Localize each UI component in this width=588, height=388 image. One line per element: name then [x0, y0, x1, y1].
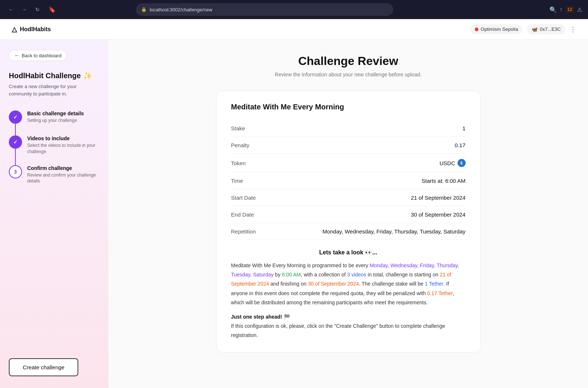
penalty-label: Penalty [231, 142, 250, 148]
back-btn-label: Back to dashboard [22, 53, 61, 58]
zoom-icon[interactable]: 🔍 [549, 6, 557, 13]
page-title: Challenge Review [138, 54, 559, 68]
share-icon[interactable]: ↑ [560, 6, 563, 13]
browser-bar: ← → ↻ 🔖 🔒 localhost:3002/challenge/new 🔍… [0, 0, 588, 19]
step-3-left: 3 [9, 165, 22, 195]
time-label: Time [231, 178, 243, 184]
step-3-title: Confirm challenge [27, 165, 100, 171]
app-logo: △ HodlHabits [12, 25, 51, 33]
header-right: Optimism Sepolia 🦋 0x7...E3C ⋮ [470, 24, 576, 35]
end-date-highlight: 30 of September 2024 [308, 281, 359, 287]
time-highlight: 6:00 AM [282, 272, 301, 278]
end-date-label: End Date [231, 211, 254, 218]
sidebar: ← Back to dashboard HodlHabit Challenge … [0, 40, 108, 388]
reload-nav-button[interactable]: ↻ [32, 4, 43, 15]
step-2-content: Videos to include Select the videos to i… [27, 135, 100, 165]
step-3-desc: Review and confirm your challenge detail… [27, 172, 100, 185]
logo-text: HodlHabits [20, 26, 51, 33]
forward-nav-button[interactable]: → [19, 4, 29, 15]
start-date-label: Start Date [231, 195, 256, 201]
wallet-badge[interactable]: 🦋 0x7...E3C [527, 24, 565, 35]
main-content: Challenge Review Review the information … [108, 40, 588, 388]
step-1-title: Basic challenge details [27, 110, 84, 116]
look-section: Lets take a look 👀... Meditate With Me E… [231, 249, 466, 340]
app-header: △ HodlHabits Optimism Sepolia 🦋 0x7...E3… [0, 19, 588, 40]
page-subtitle: Review the information about your new ch… [138, 72, 559, 77]
step-2-line [15, 149, 16, 165]
step-1-left: ✓ [9, 110, 22, 135]
address-bar[interactable]: 🔒 localhost:3002/challenge/new [136, 3, 393, 16]
steps-list: ✓ Basic challenge details Setting up you… [9, 110, 100, 195]
step-1-circle: ✓ [9, 110, 22, 124]
look-text: Meditate With Me Every Morning is progra… [231, 261, 466, 340]
step-2-circle: ✓ [9, 135, 22, 149]
videos-highlight: 3 videos [347, 272, 366, 278]
network-label: Optimism Sepolia [481, 26, 518, 32]
days-highlight: Monday, Wednesday, Friday, Thursday, Tue… [231, 262, 459, 278]
step-3-content: Confirm challenge Review and confirm you… [27, 165, 100, 195]
wallet-address: 0x7...E3C [540, 26, 561, 32]
browser-actions: 🔍 ↑ 12 ⚠ [549, 6, 582, 13]
step-2-desc: Select the videos to include in your cha… [27, 142, 100, 155]
network-dot [475, 28, 478, 31]
challenge-name: Meditate With Me Every Morning [231, 103, 466, 111]
extensions-icon[interactable]: 12 [566, 6, 574, 13]
penalty-highlight: 0.17 Tether [427, 290, 453, 296]
review-row-time: Time Starts at: 6:00 AM [231, 173, 466, 189]
look-title: Lets take a look 👀... [231, 249, 466, 256]
network-badge[interactable]: Optimism Sepolia [470, 24, 523, 34]
step-2-title: Videos to include [27, 135, 100, 141]
review-row-token: Token USDC $ [231, 154, 466, 173]
stake-value: 1 [462, 125, 465, 131]
usdc-icon: $ [458, 159, 466, 167]
review-row-penalty: Penalty 0.17 [231, 137, 466, 154]
config-text: If this configuration is ok, please, cli… [231, 323, 445, 338]
url-display: localhost:3002/challenge/new [150, 7, 388, 12]
sidebar-title-text: HodlHabit Challenge [9, 72, 81, 80]
back-arrow-icon: ← [14, 52, 19, 58]
just-one-text: Just one step ahead! 🏁 [231, 312, 466, 322]
header-menu-button[interactable]: ⋮ [570, 25, 576, 33]
back-nav-button[interactable]: ← [6, 4, 16, 15]
sidebar-bottom: Create challenge [9, 358, 78, 376]
step-2: ✓ Videos to include Select the videos to… [9, 135, 100, 165]
review-row-repetition: Repetition Monday, Wednesday, Friday, Th… [231, 223, 466, 240]
penalty-value: 0.17 [455, 142, 465, 148]
step-3-circle: 3 [9, 165, 22, 178]
review-row-start-date: Start Date 21 of September 2024 [231, 189, 466, 206]
profile-icon[interactable]: ⚠ [577, 6, 582, 13]
sidebar-subtitle: Create a new challenge for your communit… [9, 83, 100, 97]
sidebar-sparkle: ✨ [83, 71, 92, 80]
main-layout: ← Back to dashboard HodlHabit Challenge … [0, 40, 588, 388]
time-value: Starts at: 6:00 AM [422, 178, 465, 184]
review-row-end-date: End Date 30 of September 2024 [231, 206, 466, 223]
step-2-left: ✓ [9, 135, 22, 165]
back-to-dashboard-button[interactable]: ← Back to dashboard [9, 50, 67, 61]
logo-icon: △ [12, 25, 17, 33]
review-card: Meditate With Me Every Morning Stake 1 P… [216, 91, 481, 352]
step-1-content: Basic challenge details Setting up your … [27, 110, 84, 135]
stake-highlight: 1 Tether [425, 281, 443, 287]
stake-label: Stake [231, 125, 245, 131]
create-challenge-button[interactable]: Create challenge [9, 358, 78, 376]
step-1-line [15, 124, 16, 135]
secure-icon: 🔒 [141, 7, 147, 12]
step-1-desc: Setting up your challenge [27, 117, 84, 124]
wallet-emoji: 🦋 [531, 26, 538, 32]
repetition-value: Monday, Wednesday, Friday, Thursday, Tue… [322, 228, 465, 235]
end-date-value: 30 of September 2024 [411, 211, 465, 218]
sidebar-title: HodlHabit Challenge ✨ [9, 71, 100, 80]
repetition-label: Repetition [231, 228, 256, 235]
token-label: Token [231, 160, 246, 166]
browser-nav: ← → ↻ [6, 4, 43, 15]
review-row-stake: Stake 1 [231, 120, 466, 137]
bookmark-icon[interactable]: 🔖 [49, 6, 56, 13]
token-value: USDC $ [440, 159, 466, 167]
step-1: ✓ Basic challenge details Setting up you… [9, 110, 100, 135]
step-3: 3 Confirm challenge Review and confirm y… [9, 165, 100, 195]
start-date-value: 21 of September 2024 [411, 195, 465, 201]
